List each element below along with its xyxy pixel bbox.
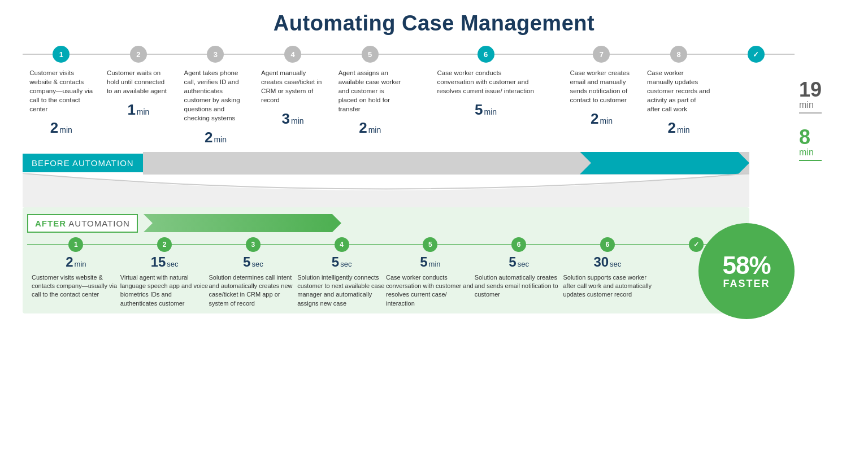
before-gray-bar [143,152,749,175]
teal-chevrons [580,152,749,175]
before-time-unit-5: min [368,125,381,134]
before-time-unit-6: min [484,107,497,116]
before-step-time-1: 2min [50,119,72,137]
after-step-desc-4: Solution intelligently connects customer… [297,273,386,308]
before-time-num-3: 2 [205,129,212,146]
before-step-desc-1: Customer visits website & contacts compa… [27,68,95,114]
after-time-num-7: 30 [593,254,609,269]
after-step-2: 215secVirtual agent with natural languag… [120,237,209,308]
before-step-6: 6Case worker conducts conversation with … [409,46,563,119]
before-circle-4: 4 [284,46,301,63]
before-separator [799,112,822,114]
before-total-num: 19 [799,80,845,100]
before-step-time-5: 2min [359,119,381,137]
after-time-num-6: 5 [509,254,516,269]
after-time-unit-3: sec [251,260,263,268]
green-chevrons [144,214,341,232]
after-time-num-5: 5 [420,254,427,269]
before-step-time-6: 5min [475,101,497,119]
before-step-desc-4: Agent manually creates case/ticket in CR… [259,68,327,104]
total-after: 8 min [799,127,845,163]
right-totals: 19 min 8 min [795,46,845,313]
before-step-time-7: 2min [591,110,613,128]
after-time-unit-2: sec [167,260,178,268]
after-label-main: AFTER [35,219,66,228]
before-step-7: 7Case worker creates email and manually … [563,46,640,128]
before-time-unit-1: min [59,125,72,134]
after-time-unit-4: sec [340,260,351,268]
before-circle-6: 6 [478,46,494,63]
after-time-unit-6: sec [518,260,529,268]
after-label-sub: AUTOMATION [66,219,130,228]
before-circle-3: 3 [207,46,224,63]
before-step-2: 2Customer waits on hold until connected … [100,46,177,119]
before-time-num-7: 2 [591,110,598,127]
after-step-desc-2: Virtual agent with natural language spee… [120,273,209,308]
before-step-time-8: 2min [668,119,690,137]
before-time-unit-3: min [214,135,227,144]
faster-badge: 58% FASTER [698,223,795,319]
after-step-time-4: 5sec [332,254,352,270]
page: Automating Case Management 1Customer vis… [0,0,868,453]
before-step-5: 5Agent assigns an available case worker … [331,46,409,137]
before-step-9: ✓ [717,46,795,63]
after-step-3: 35secSolution determines call intent and… [209,237,298,308]
after-time-num-3: 5 [243,254,250,269]
before-circle-5: 5 [362,46,379,63]
before-step-1: 1Customer visits website & contacts comp… [23,46,100,137]
after-step-time-7: 30sec [593,254,621,270]
before-label-sub: AUTOMATION [70,158,134,168]
after-circle-2: 2 [157,237,172,252]
before-steps-container: 1Customer visits website & contacts comp… [23,46,795,146]
before-time-unit-4: min [291,116,304,125]
before-step-desc-6: Case worker conducts conversation with c… [435,68,537,95]
before-total-unit: min [799,100,845,110]
after-step-time-6: 5sec [509,254,529,270]
after-step-desc-5: Case worker conducts conversation with c… [386,273,475,308]
after-bar-row: AFTER AUTOMATION [23,214,749,233]
before-step-desc-2: Customer waits on hold until connected t… [105,68,172,95]
after-step-4: 45secSolution intelligently connects cus… [297,237,386,308]
before-time-unit-2: min [137,107,150,116]
after-circle-4: 4 [335,237,349,252]
after-step-7: 630secSolution supports case worker afte… [563,237,652,299]
before-step-time-2: 1min [127,101,149,119]
before-step-desc-8: Case worker manually updates customer re… [645,68,713,114]
before-step-desc-3: Agent takes phone call, verifies ID and … [181,68,249,123]
before-time-num-5: 2 [359,119,367,136]
before-circle-1: 1 [53,46,70,63]
connector-svg [23,173,749,207]
after-time-num-1: 2 [66,254,73,269]
before-circle-8: 8 [670,46,687,63]
connector-area [23,173,749,207]
after-circle-3: 3 [246,237,261,252]
after-time-unit-1: min [75,260,86,268]
before-step-time-4: 3min [282,110,304,128]
after-circle-5: 5 [423,237,437,252]
before-step-desc-5: Agent assigns an available case worker a… [336,68,404,114]
before-step-desc-7: Case worker creates email and manually s… [567,68,635,104]
before-time-num-1: 2 [50,119,58,136]
after-step-time-3: 5sec [243,254,263,270]
before-step-8: 8Case worker manually updates customer r… [640,46,718,137]
before-circle-7: 7 [593,46,610,63]
total-before: 19 min [799,80,845,116]
before-steps-row: 1Customer visits website & contacts comp… [23,46,795,146]
after-circle-1: 1 [68,237,83,252]
before-label-main: BEFORE [32,158,70,168]
after-steps-container: 12minCustomer visits website & contacts … [23,237,749,308]
after-steps-row: 12minCustomer visits website & contacts … [27,237,745,308]
before-step-time-3: 2min [205,129,227,146]
before-time-num-2: 1 [127,101,135,118]
after-step-desc-6: Solution automatically creates and sends… [475,273,563,299]
before-circle-9: ✓ [748,46,765,63]
after-separator [799,160,822,161]
after-time-num-2: 15 [151,254,166,269]
before-step-4: 4Agent manually creates case/ticket in C… [254,46,332,128]
before-time-num-8: 2 [668,119,676,136]
after-step-6: 65secSolution automatically creates and … [475,237,563,299]
after-circle-6: 6 [511,237,526,252]
after-section: AFTER AUTOMATION 12minCustomer visits we… [23,207,749,314]
after-step-desc-3: Solution determines call intent and auto… [209,273,298,308]
before-label: BEFORE AUTOMATION [23,154,143,172]
